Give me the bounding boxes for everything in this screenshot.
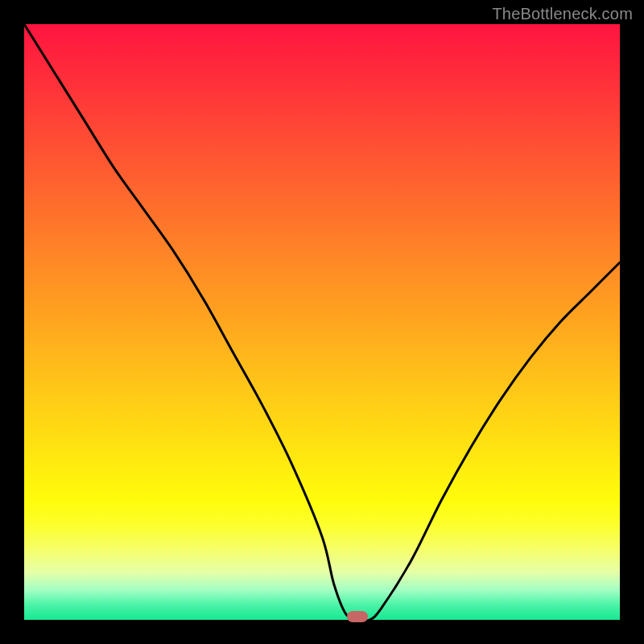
watermark-text: TheBottleneck.com [492, 5, 633, 23]
optimum-marker [347, 611, 368, 622]
chart-frame: TheBottleneck.com [0, 0, 644, 644]
curve-path [24, 24, 620, 620]
plot-area [24, 24, 620, 620]
bottleneck-curve [24, 24, 620, 620]
